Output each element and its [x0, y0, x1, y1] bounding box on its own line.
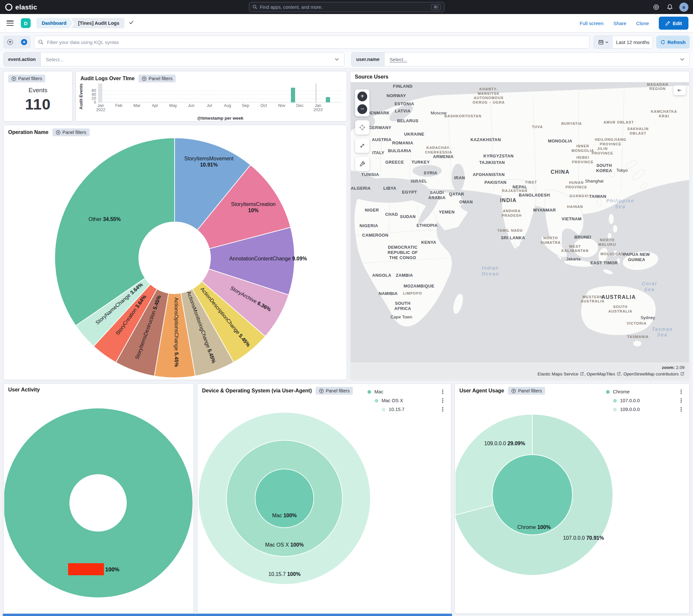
user-activity-donut-chart[interactable]: 100% — [4, 404, 194, 602]
legend-options-icon[interactable] — [679, 398, 684, 403]
map-zoom-in-button[interactable]: + — [357, 92, 367, 101]
legend-item[interactable]: 10.15.7 — [368, 406, 445, 413]
panel-filters-badge[interactable]: Panel filters — [8, 75, 45, 82]
global-search-input[interactable] — [260, 4, 431, 10]
user-agent-sunburst-chart[interactable]: 109.0.0.0 29.09%Chrome 100%107.0.0.0 70.… — [455, 404, 689, 598]
bar[interactable] — [326, 97, 330, 102]
horizontal-scrollbar-thumb[interactable] — [3, 614, 452, 616]
kql-input[interactable] — [47, 39, 586, 45]
map-label: SYRIA — [423, 171, 437, 176]
share-link[interactable]: Share — [613, 21, 626, 26]
svg-text:Other 34.55%: Other 34.55% — [88, 216, 121, 222]
map-zoom-out-button[interactable]: − — [357, 104, 367, 114]
attribution-link[interactable]: OpenStreetMap contributors — [623, 371, 685, 377]
filter-set-button[interactable] — [3, 36, 17, 49]
space-badge[interactable]: D — [21, 18, 31, 28]
svg-text:Oct: Oct — [260, 103, 267, 108]
breadcrumb-dashboard[interactable]: Dashboard — [37, 18, 73, 28]
map-label: Jakarta — [566, 256, 580, 262]
filter-circle-icon — [56, 130, 61, 135]
menu-icon[interactable] — [6, 21, 14, 26]
map-label: AUSTRALIA — [601, 294, 636, 301]
map-label: PAKISTAN — [484, 180, 507, 185]
map-label: LIBYA — [383, 186, 397, 191]
legend-options-icon[interactable] — [440, 398, 445, 403]
legend-options-icon[interactable] — [679, 407, 684, 412]
control-event-action[interactable]: event.action Select... — [3, 52, 344, 66]
legend-item[interactable]: Mac — [368, 388, 445, 396]
svg-text:Jul: Jul — [206, 103, 212, 108]
legend-options-icon[interactable] — [440, 389, 445, 394]
audit-events-bar-chart[interactable]: 0204060Jan2022FebMarAprMayJunJulAugSepOc… — [78, 82, 345, 121]
map-label: SOUTH AFRICA — [394, 301, 411, 311]
global-search[interactable]: ⌘/ — [249, 2, 444, 12]
sunburst-inner[interactable] — [492, 455, 572, 535]
time-range-picker[interactable]: Last 12 months — [594, 36, 653, 49]
map-label: KENYA — [421, 240, 436, 245]
operation-name-donut-chart[interactable]: StoryItemsMovement10.91%StoryItemsCreati… — [4, 131, 346, 380]
map-label: BRUNEI — [574, 235, 591, 240]
map-label: EGYPT — [402, 190, 417, 195]
map-tools-button[interactable] — [355, 157, 370, 171]
legend-item[interactable]: 109.0.0.0 — [606, 406, 684, 413]
map-label: KAMCHATKA KRAI — [651, 110, 677, 119]
map-label: ANGOLA — [372, 273, 391, 278]
map-label: SAUDI ARABIA — [428, 190, 446, 200]
device-os-sunburst-chart[interactable]: Mac 100%Mac OS X 100%10.15.7 100% — [198, 404, 451, 598]
panel-filters-badge[interactable]: Panel filters — [508, 387, 545, 395]
legend-item[interactable]: 107.0.0.0 — [606, 397, 684, 404]
kql-search-bar[interactable] — [34, 36, 590, 49]
legend-options-icon[interactable] — [440, 407, 445, 412]
attribution-link[interactable]: OpenMapTiles — [587, 371, 621, 377]
map-label: Shanghai — [585, 179, 604, 184]
calendar-icon — [598, 39, 604, 45]
svg-text:0: 0 — [94, 100, 96, 104]
map-label: ITALY — [372, 150, 384, 155]
svg-text:StoryItemsCreation: StoryItemsCreation — [231, 201, 276, 207]
svg-text:Jun: Jun — [188, 103, 195, 108]
control-user-name[interactable]: user.name Select... — [351, 52, 690, 66]
legend-item[interactable]: Mac OS X — [368, 397, 445, 404]
sunburst-ring[interactable] — [255, 469, 314, 528]
map-label: SUDAN — [400, 214, 415, 219]
world-map[interactable]: FINLANDMAGADAN REGIONKHANTY- MANSIYSK AU… — [351, 82, 689, 379]
refresh-button[interactable]: Refresh — [656, 36, 690, 49]
map-label: TAIWAN — [589, 194, 606, 199]
panel-filters-badge[interactable]: Panel filters — [53, 129, 90, 136]
control-field-label: event.action — [4, 53, 41, 66]
external-link-icon — [617, 372, 621, 376]
map-legend-collapse-button[interactable]: ⇤ — [673, 85, 686, 95]
legend-item[interactable]: Chrome — [606, 388, 684, 396]
panel-filters-badge[interactable]: Panel filters — [316, 387, 353, 395]
bar[interactable] — [291, 88, 295, 102]
map-label: KHANTY- MANSIYSK AUTONOMOUS OKRUG – UGRA — [473, 87, 505, 104]
svg-text:Nov: Nov — [278, 103, 286, 108]
legend-label: Mac OS X — [381, 398, 440, 403]
attribution-link[interactable]: Elastic Maps Service — [538, 371, 584, 377]
svg-text:Feb: Feb — [115, 103, 122, 108]
add-filter-button[interactable] — [17, 36, 31, 49]
control-value[interactable]: Select... — [41, 57, 334, 62]
full-screen-link[interactable]: Full screen — [580, 21, 603, 26]
map-expand-button[interactable] — [355, 138, 370, 153]
user-avatar[interactable]: e — [679, 3, 689, 12]
elastic-logo[interactable]: elastic — [5, 3, 37, 11]
legend-dot-icon — [382, 408, 385, 411]
svg-text:Apr: Apr — [152, 103, 158, 108]
notifications-icon[interactable] — [666, 3, 674, 12]
edit-button[interactable]: Edit — [659, 17, 689, 30]
legend-label: Chrome — [613, 389, 679, 394]
map-label: KYRGYZSTAN — [483, 154, 514, 159]
wrench-icon — [359, 161, 365, 167]
clone-link[interactable]: Clone — [636, 21, 649, 26]
map-label: QATAR — [449, 192, 464, 197]
map-label: NIGERIA — [360, 223, 378, 229]
help-icon[interactable] — [652, 3, 660, 12]
map-fit-data-button[interactable] — [355, 120, 370, 135]
map-label: TIBET — [525, 180, 537, 185]
saved-check-icon[interactable] — [128, 20, 134, 27]
legend-label: Mac — [374, 389, 440, 394]
legend-options-icon[interactable] — [679, 389, 684, 394]
control-value[interactable]: Select... — [384, 57, 680, 62]
panel-filters-badge[interactable]: Panel filters — [138, 75, 176, 82]
